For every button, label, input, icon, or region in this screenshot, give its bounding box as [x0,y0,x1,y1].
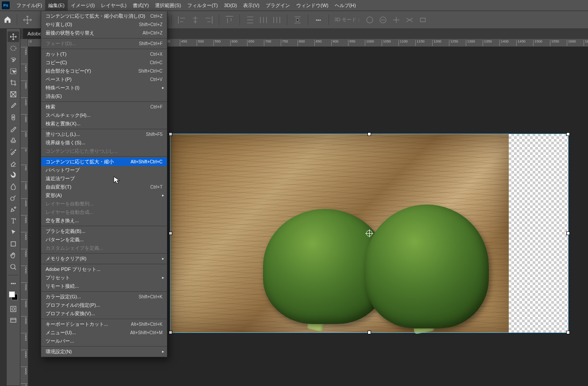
align-top-icon[interactable] [224,15,234,25]
vertical-ruler: 3002502001501005005010015020025030035040… [20,39,28,386]
menu-entry[interactable]: カット(T)Ctrl+X [41,50,167,58]
menu-entry[interactable]: カラー設定(G)...Shift+Ctrl+K [41,293,167,301]
menu-item[interactable]: ウィンドウ(W) [293,0,332,11]
eyedropper-tool[interactable] [8,100,19,111]
zoom-tool[interactable] [8,262,19,272]
dist-2-icon[interactable] [259,15,268,25]
3d-slide-icon[interactable] [405,15,414,25]
menu-entry[interactable]: コンテンツに応じて拡大・縮小Alt+Shift+Ctrl+C [41,158,167,166]
svg-point-9 [11,264,15,269]
lasso-tool[interactable] [8,54,19,65]
dist-4-icon[interactable] [293,15,302,25]
menu-entry[interactable]: 遠近法ワープ [41,174,167,183]
healing-tool[interactable] [8,112,19,123]
menu-entry[interactable]: 空を置き換え... [41,216,167,225]
screen-mode-icon[interactable] [8,315,19,326]
image-content [170,134,569,333]
color-swatches[interactable] [8,290,19,303]
menu-item[interactable]: ファイル(F) [13,0,45,11]
menu-entry[interactable]: 検索Ctrl+F [41,103,167,111]
menu-item[interactable]: 3D(D) [221,0,240,11]
menu-item[interactable]: 編集(E) [45,0,68,11]
menu-entry[interactable]: ブラシを定義(B)... [41,227,167,235]
menu-item[interactable]: 書式(Y) [130,0,152,11]
menu-item[interactable]: 選択範囲(S) [152,0,184,11]
menu-entry[interactable]: パペットワープ [41,166,167,174]
3d-mode-label: 3D モード： [334,16,361,23]
object-select-tool[interactable] [8,66,19,77]
path-select-tool[interactable] [8,227,19,238]
history-brush-tool[interactable] [8,147,19,157]
align-center-h-icon[interactable] [190,15,200,25]
svg-rect-12 [11,318,16,322]
dodge-tool[interactable] [8,193,19,203]
menu-entry[interactable]: プロファイル変換(V)... [41,309,167,318]
menu-item[interactable]: イメージ(I) [68,0,98,11]
pen-tool[interactable] [8,204,19,215]
svg-rect-10 [11,306,16,312]
stamp-tool[interactable] [8,135,19,146]
blur-tool[interactable] [8,181,19,192]
menu-entry[interactable]: スペルチェック(H)... [41,111,167,120]
menu-entry[interactable]: 消去(E) [41,92,167,100]
3d-pan-icon[interactable] [391,15,401,25]
menu-entry[interactable]: パターンを定義... [41,235,167,244]
menu-entry: レイヤーを自動整列... [41,200,167,208]
3d-zoom-icon[interactable] [418,15,428,25]
svg-point-11 [12,308,15,310]
more-icon[interactable]: ••• [313,15,323,25]
menu-entry[interactable]: やり直し(O)Shift+Ctrl+Z [41,20,167,29]
menu-entry[interactable]: ペースト(P)Ctrl+V [41,75,167,84]
menu-item[interactable]: ヘルプ(H) [332,0,359,11]
menu-entry[interactable]: キーボードショートカット...Alt+Shift+Ctrl+K [41,320,167,328]
menu-entry[interactable]: 環境設定(N) [41,347,167,356]
menu-entry[interactable]: メモリをクリア(R) [41,255,167,263]
align-left-icon[interactable] [177,15,187,25]
crop-tool[interactable] [8,77,19,88]
tool-palette: ••• [6,28,20,386]
home-icon[interactable] [4,15,12,24]
menu-item[interactable]: フィルター(T) [184,0,221,11]
menu-entry[interactable]: Adobe PDF プリセット... [41,265,167,274]
menu-item[interactable]: 表示(V) [240,0,263,11]
menu-entry: フェード(D)...Shift+Ctrl+F [41,39,167,48]
frame-tool[interactable] [8,89,19,100]
menu-entry[interactable]: 最後の状態を切り替えAlt+Ctrl+Z [41,29,167,37]
svg-point-0 [367,17,373,23]
edit-toolbar-icon[interactable]: ••• [8,278,19,289]
menu-entry[interactable]: プリセット [41,274,167,282]
eraser-tool[interactable] [8,158,19,169]
menu-item[interactable]: プラグイン [263,0,293,11]
edit-menu-dropdown: コンテンツに応じて拡大・縮小の取り消し(O)Ctrl+Zやり直し(O)Shift… [41,11,167,357]
3d-roll-icon[interactable] [378,15,388,25]
hand-tool[interactable] [8,250,19,261]
menu-entry[interactable]: 変形(A) [41,191,167,200]
align-right-icon[interactable] [204,15,213,25]
menu-entry[interactable]: 境界線を描く(S)... [41,139,167,147]
marquee-tool[interactable] [8,43,19,54]
shape-tool[interactable] [8,239,19,249]
menu-entry[interactable]: 特殊ペースト(I) [41,84,167,92]
menu-entry[interactable]: コピー(C)Ctrl+C [41,58,167,67]
gradient-tool[interactable] [8,170,19,180]
type-tool[interactable] [8,216,19,226]
quick-mask-icon[interactable] [8,304,19,314]
menu-entry[interactable]: リモート接続... [41,282,167,290]
menu-entry[interactable]: 検索と置換(X)... [41,120,167,128]
menu-entry: レイヤーを自動合成... [41,208,167,216]
brush-tool[interactable] [8,124,19,134]
menu-entry[interactable]: プロファイルの指定(P)... [41,301,167,309]
menu-entry[interactable]: メニュー(U)...Alt+Shift+Ctrl+M [41,328,167,337]
menu-entry[interactable]: 結合部分をコピー(Y)Shift+Ctrl+C [41,67,167,75]
dist-1-icon[interactable] [245,15,255,25]
dist-3-icon[interactable] [272,15,282,25]
move-tool-icon[interactable] [23,15,32,25]
menu-entry[interactable]: コンテンツに応じて拡大・縮小の取り消し(O)Ctrl+Z [41,12,167,20]
menu-item[interactable]: レイヤー(L) [98,0,129,11]
menu-entry[interactable]: 塗りつぶし(L)...Shift+F5 [41,130,167,139]
menu-entry[interactable]: ツールバー... [41,337,167,345]
menu-entry: カスタムシェイプを定義... [41,244,167,252]
menu-entry[interactable]: 自由変形(T)Ctrl+T [41,183,167,191]
3d-orbit-icon[interactable] [365,15,375,25]
move-tool[interactable] [8,31,19,42]
